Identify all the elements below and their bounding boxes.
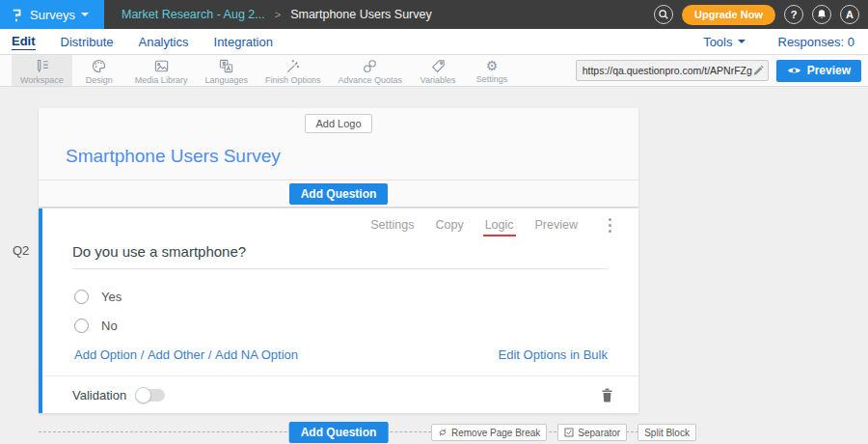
kebab-menu-icon[interactable] (607, 216, 613, 235)
survey-url-box (576, 60, 769, 81)
toolbar-item-advance-quotas[interactable]: Advance Quotas (329, 55, 411, 86)
radio-button[interactable] (74, 290, 89, 304)
answer-option-row: No (42, 319, 638, 333)
checkbox-checked-icon (564, 428, 574, 437)
avatar[interactable]: A (840, 5, 859, 24)
nav-tab-integration[interactable]: Integration (214, 35, 273, 49)
page-break-row: Add Question Remove Page Break Separator… (39, 422, 638, 443)
option-label[interactable]: No (101, 319, 118, 333)
image-icon (153, 58, 170, 74)
search-button[interactable] (654, 5, 673, 24)
link-separator: / (137, 347, 148, 362)
remove-page-break-button[interactable]: Remove Page Break (431, 424, 547, 441)
delete-question-button[interactable] (601, 388, 613, 402)
chevron-down-icon (81, 13, 89, 16)
survey-editor-canvas: Add Logo Smartphone Users Survey Add Que… (0, 87, 868, 443)
help-button[interactable]: ? (784, 5, 803, 24)
product-switcher-label: Surveys (30, 8, 75, 22)
question-tab-settings[interactable]: Settings (370, 218, 414, 232)
validation-toggle[interactable] (136, 389, 165, 402)
add-question-button-bottom[interactable]: Add Question (289, 422, 389, 443)
breadcrumb: Market Research - Aug 2... > Smartphone … (122, 8, 432, 21)
breadcrumb-parent[interactable]: Market Research - Aug 2... (122, 8, 265, 21)
upgrade-now-button[interactable]: Upgrade Now (682, 5, 775, 25)
toolbar-item-languages[interactable]: Languages (196, 55, 257, 86)
toolbar-item-media-library[interactable]: Media Library (126, 55, 197, 86)
link-separator: / (204, 347, 215, 362)
app-menu[interactable]: Surveys (0, 0, 104, 29)
separator-button[interactable]: Separator (557, 424, 627, 441)
chevron-down-icon (738, 40, 746, 43)
gear-icon: ⚙ (486, 59, 499, 73)
question-number: Q2 (13, 243, 29, 258)
tag-icon (430, 58, 447, 74)
search-icon (658, 9, 669, 20)
toolbar-item-finish-options[interactable]: Finish Options (257, 55, 330, 86)
eye-icon (787, 66, 801, 75)
add-question-button-top[interactable]: Add Question (289, 183, 389, 205)
edit-toolbar: Workspace Design Media Library Languages (0, 55, 868, 87)
preview-button[interactable]: Preview (776, 60, 861, 82)
pencil-list-icon (34, 58, 50, 74)
add-other-link[interactable]: Add Other (148, 347, 204, 362)
add-logo-button[interactable]: Add Logo (305, 114, 371, 133)
nav-tab-analytics[interactable]: Analytics (138, 35, 188, 49)
question-tab-preview[interactable]: Preview (535, 218, 578, 232)
toolbar-item-variables[interactable]: Variables (411, 55, 465, 86)
nav-tab-distribute[interactable]: Distribute (61, 35, 114, 49)
section-nav: Edit Distribute Analytics Integration To… (0, 29, 868, 55)
topbar-actions: Upgrade Now ? A (654, 5, 868, 25)
option-label[interactable]: Yes (101, 290, 122, 304)
question-tab-copy[interactable]: Copy (435, 218, 463, 232)
bell-icon (816, 9, 827, 20)
answer-option-row: Yes (42, 290, 638, 304)
survey-header-card: Add Logo Smartphone Users Survey Add Que… (39, 108, 638, 207)
magic-wand-icon (285, 58, 301, 74)
toolbar-item-workspace[interactable]: Workspace (12, 55, 72, 86)
trash-icon (601, 388, 613, 402)
edit-options-in-bulk-link[interactable]: Edit Options in Bulk (499, 347, 608, 362)
responses-count[interactable]: Responses: 0 (778, 35, 855, 49)
breadcrumb-current: Smartphone Users Survey (290, 8, 432, 21)
translate-icon (218, 58, 234, 74)
question-tab-logic[interactable]: Logic (485, 218, 514, 232)
breadcrumb-separator: > (275, 9, 281, 20)
survey-url-input[interactable] (583, 65, 752, 76)
tools-menu[interactable]: Tools (703, 35, 745, 49)
split-block-button[interactable]: Split Block (637, 424, 696, 441)
chain-links-icon (362, 58, 378, 74)
edit-pencil-icon[interactable] (752, 65, 764, 76)
nav-tab-edit[interactable]: Edit (12, 34, 36, 50)
question-card: Settings Copy Logic Preview Do you use a… (39, 208, 638, 413)
radio-button[interactable] (74, 319, 89, 333)
question-actions: Settings Copy Logic Preview (42, 208, 638, 241)
questionpro-logo-icon (10, 6, 24, 24)
validation-label: Validation (72, 388, 126, 402)
survey-title[interactable]: Smartphone Users Survey (66, 146, 638, 167)
toolbar-item-design[interactable]: Design (72, 55, 126, 86)
tools-label: Tools (703, 35, 732, 49)
toolbar-item-settings[interactable]: ⚙ Settings (465, 55, 519, 86)
palette-icon (91, 58, 107, 74)
sync-icon (438, 428, 448, 437)
add-na-option-link[interactable]: Add NA Option (215, 347, 298, 362)
add-option-link[interactable]: Add Option (74, 347, 137, 362)
question-text[interactable]: Do you use a smartphone? (72, 243, 608, 269)
topbar: Surveys Market Research - Aug 2... > Sma… (0, 0, 868, 29)
notifications-button[interactable] (812, 5, 831, 24)
